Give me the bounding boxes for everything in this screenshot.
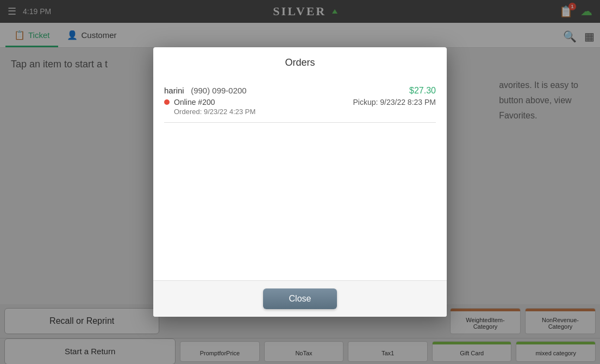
order-customer-name: harini	[164, 86, 184, 95]
modal-footer: Close	[153, 280, 447, 317]
modal-spacer	[164, 123, 436, 275]
modal-body: harini (990) 099-0200 $27.30 Online #200…	[153, 76, 447, 280]
modal-header: Orders	[153, 47, 447, 76]
order-ordered-time: Ordered: 9/23/22 4:23 PM	[164, 108, 436, 116]
order-row2: Online #200 Pickup: 9/23/22 8:23 PM	[164, 98, 436, 106]
order-status-dot	[164, 99, 170, 105]
order-amount: $27.30	[409, 86, 436, 96]
order-item[interactable]: harini (990) 099-0200 $27.30 Online #200…	[164, 81, 436, 123]
order-row1: harini (990) 099-0200 $27.30	[164, 86, 436, 96]
order-name-phone: harini (990) 099-0200	[164, 86, 247, 96]
close-button[interactable]: Close	[263, 288, 338, 309]
modal-title: Orders	[285, 57, 315, 68]
order-customer-phone: (990) 099-0200	[191, 86, 247, 95]
orders-modal: Orders harini (990) 099-0200 $27.30 Onli…	[153, 47, 447, 317]
order-pickup-time: Pickup: 9/23/22 8:23 PM	[353, 98, 436, 106]
order-number: Online #200	[174, 98, 215, 106]
